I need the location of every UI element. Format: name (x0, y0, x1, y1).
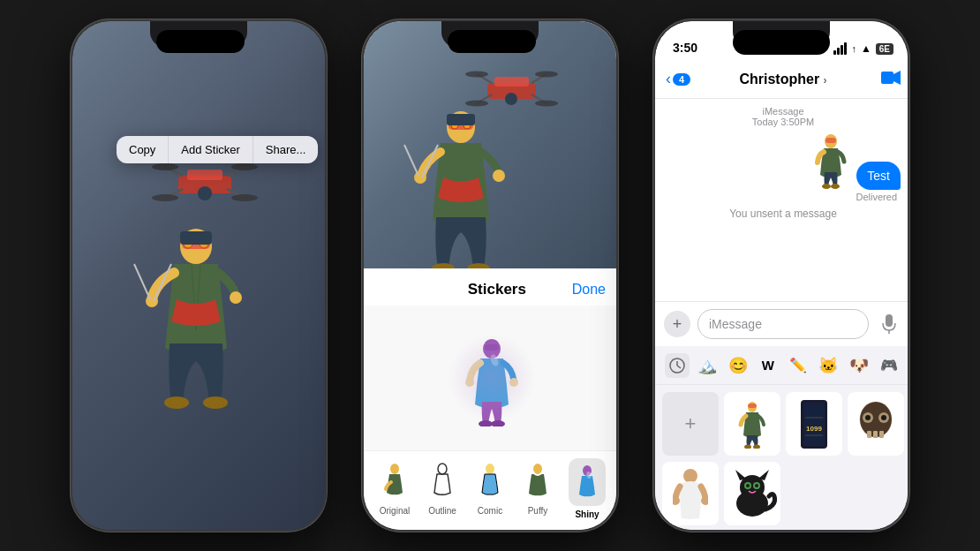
sticker-tab-outline[interactable]: Outline (426, 458, 459, 519)
dog-sticker-icon[interactable]: 🐶 (847, 353, 871, 378)
add-sticker-menu-item[interactable]: Add Sticker (169, 136, 253, 163)
character-illustration (108, 127, 284, 445)
dynamic-island (156, 30, 245, 53)
context-menu[interactable]: Copy Add Sticker Share... (117, 136, 318, 163)
stickers-grid: + 1099 (655, 385, 909, 532)
photos-icon[interactable]: 🏔️ (695, 353, 720, 378)
back-chevron-icon: ‹ (666, 70, 671, 88)
plus-icon: + (673, 315, 682, 334)
add-sticker-button[interactable]: + (662, 392, 719, 456)
mute-button (653, 118, 655, 147)
sticker-item-2[interactable]: 1099 (786, 392, 842, 456)
test-message-bubble: Test (856, 162, 901, 190)
battery-indicator: 6E (876, 43, 893, 55)
cat-sticker-icon[interactable]: 🐱 (816, 353, 841, 378)
mic-icon (882, 314, 896, 334)
sticker-tab-comic[interactable]: Comic (473, 458, 507, 519)
svg-point-8 (152, 194, 178, 201)
unsent-message-notice: You unsent a message (666, 208, 901, 220)
video-icon (881, 70, 901, 86)
phone-2: Stickers Done (362, 19, 618, 532)
svg-point-71 (744, 444, 751, 449)
emoji-glyph: 😊 (728, 356, 748, 375)
svg-rect-85 (879, 431, 884, 438)
svg-point-31 (535, 101, 558, 107)
status-icons: ↑ ▲ 6E (833, 42, 893, 55)
svg-line-40 (404, 145, 418, 176)
svg-rect-64 (886, 314, 893, 327)
svg-rect-70 (748, 404, 757, 408)
dog-glyph: 🐶 (849, 356, 869, 375)
sticker-tab-original[interactable]: Original (378, 458, 411, 519)
pencil-icon[interactable]: ✏️ (786, 353, 810, 378)
message-input-field[interactable]: iMessage (697, 309, 869, 339)
svg-point-62 (822, 184, 831, 189)
add-icon: + (685, 412, 697, 435)
stickers-panel: Stickers Done (364, 268, 618, 532)
svg-point-28 (465, 72, 488, 78)
stickers-header: Stickers Done (364, 268, 618, 306)
dynamic-island-3 (733, 30, 830, 55)
svg-point-52 (438, 464, 447, 474)
sticker-item-4[interactable] (662, 462, 719, 525)
original-tab-label: Original (380, 506, 410, 516)
svg-point-21 (203, 396, 228, 409)
wiki-glyph: W (762, 358, 774, 373)
svg-marker-59 (893, 71, 901, 85)
image-area (364, 21, 618, 268)
copy-menu-item[interactable]: Copy (117, 136, 169, 163)
original-thumbnail (382, 463, 407, 498)
recents-icon[interactable] (665, 353, 690, 378)
svg-point-88 (673, 496, 680, 505)
nav-bar: ‹ 4 Christopher › (655, 60, 909, 99)
power-button (908, 162, 909, 233)
sticker-tab-puffy[interactable]: Puffy (521, 458, 554, 519)
svg-point-30 (465, 101, 488, 107)
wikipedia-icon[interactable]: W (756, 353, 780, 378)
puffy-tab-label: Puffy (528, 506, 548, 516)
video-call-button[interactable] (881, 70, 901, 89)
mic-button[interactable] (876, 311, 902, 337)
svg-point-39 (493, 170, 505, 182)
svg-rect-61 (825, 138, 836, 143)
svg-point-89 (701, 496, 708, 505)
message-row-1: Test Delivered (666, 132, 901, 202)
svg-rect-23 (494, 77, 529, 87)
back-button[interactable]: ‹ 4 (666, 70, 690, 88)
sticker-item-5[interactable] (724, 462, 780, 525)
svg-point-17 (230, 291, 242, 304)
sticker-item-1[interactable] (724, 392, 780, 456)
nav-contact-name[interactable]: Christopher › (739, 72, 826, 87)
app-icon-strip: 🏔️ 😊 W ✏️ 🐱 🐶 🎮 (655, 346, 909, 385)
done-button[interactable]: Done (572, 282, 606, 298)
sticker-2: 1099 (796, 400, 832, 449)
svg-rect-37 (447, 114, 475, 125)
cat-glyph: 🐱 (818, 356, 838, 375)
sticker-item-3[interactable] (848, 392, 904, 456)
character-illustration-2 (364, 21, 618, 268)
svg-line-18 (134, 264, 150, 299)
share-menu-item[interactable]: Share... (253, 136, 319, 163)
svg-point-51 (390, 464, 399, 474)
shiny-thumbnail (575, 464, 599, 500)
comic-tab-label: Comic (478, 506, 502, 516)
outline-tab-label: Outline (428, 506, 456, 516)
svg-point-96 (746, 484, 750, 487)
sticker-tab-shiny[interactable]: Shiny (569, 458, 606, 519)
emoji-icon[interactable]: 😊 (726, 353, 750, 378)
messages-area: iMessage Today 3:50PM (655, 99, 909, 301)
game-icon[interactable]: 🎮 (877, 353, 901, 378)
svg-line-68 (677, 366, 681, 368)
svg-text:1099: 1099 (806, 425, 822, 433)
svg-point-97 (755, 484, 758, 487)
signal-icon (833, 42, 847, 55)
sticker-glow (448, 334, 536, 422)
wifi-icon: ▲ (861, 42, 871, 55)
message-input-area: + iMessage (655, 301, 909, 346)
clock-icon (668, 357, 686, 374)
svg-point-20 (164, 396, 189, 409)
location-icon: ↑ (851, 43, 856, 54)
sticker-4 (673, 467, 708, 520)
add-attachment-button[interactable]: + (664, 311, 690, 337)
sticker-5 (728, 470, 777, 518)
